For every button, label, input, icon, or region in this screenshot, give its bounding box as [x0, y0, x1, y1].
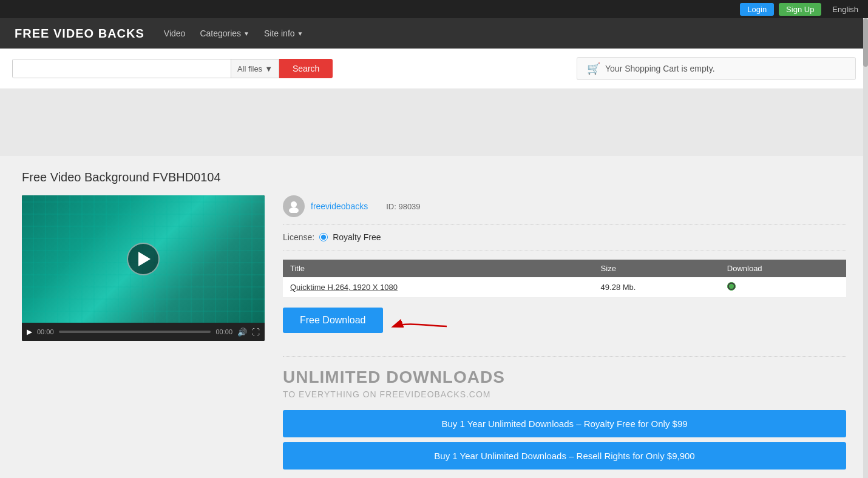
video-time-current: 00:00: [37, 328, 54, 335]
table-row: Quicktime H.264, 1920 X 1080 49.28 Mb.: [283, 277, 846, 298]
search-input-wrap: All files ▼: [12, 59, 279, 78]
nav-item-video[interactable]: Video: [164, 29, 186, 38]
scrollbar-thumb[interactable]: [863, 18, 868, 67]
volume-button[interactable]: 🔊: [237, 328, 247, 337]
search-button[interactable]: Search: [279, 59, 333, 78]
download-radio[interactable]: [727, 282, 736, 291]
fullscreen-button[interactable]: ⛶: [252, 328, 260, 337]
table-cell-download: [720, 277, 846, 298]
login-button[interactable]: Login: [740, 3, 774, 16]
license-radio[interactable]: [319, 233, 328, 241]
free-download-button[interactable]: Free Download: [283, 308, 383, 333]
header: FREE VIDEO BACKS Video Categories ▼ Site…: [0, 18, 868, 49]
svg-point-1: [289, 207, 299, 213]
cart-icon: 🛒: [587, 62, 600, 75]
download-table: Title Size Download Quicktime H.264, 192…: [283, 260, 846, 298]
language-label: English: [832, 5, 858, 14]
search-filter-button[interactable]: All files ▼: [231, 59, 279, 78]
site-logo: FREE VIDEO BACKS: [15, 27, 144, 41]
search-area: All files ▼ Search 🛒 Your Shopping Cart …: [0, 49, 868, 89]
table-header-size: Size: [594, 260, 720, 277]
license-row: License: Royalty Free: [283, 232, 846, 251]
section-separator: [283, 356, 846, 357]
table-cell-size: 49.28 Mb.: [594, 277, 720, 298]
categories-dropdown-arrow: ▼: [243, 30, 249, 37]
author-id: ID: 98039: [386, 202, 420, 211]
play-button[interactable]: [127, 243, 160, 275]
signup-button[interactable]: Sign Up: [779, 3, 821, 16]
video-controls: ▶ 00:00 00:00 🔊 ⛶: [22, 323, 265, 341]
upsell-btn-2[interactable]: Buy 1 Year Unlimited Downloads – Resell …: [283, 442, 846, 470]
author-row: freevideobacks ID: 98039: [283, 195, 846, 225]
unlimited-subtitle: TO EVERYTHING ON FREEVIDEOBACKS.COM: [283, 389, 846, 399]
upsell-btn-1[interactable]: Buy 1 Year Unlimited Downloads – Royalty…: [283, 410, 846, 437]
table-cell-title: Quicktime H.264, 1920 X 1080: [283, 277, 594, 298]
siteinfo-dropdown-arrow: ▼: [297, 30, 303, 37]
table-header-download: Download: [720, 260, 846, 277]
nav-item-siteinfo[interactable]: Site info ▼: [264, 29, 303, 38]
page-title: Free Video Background FVBHD0104: [22, 170, 846, 184]
table-header-title: Title: [283, 260, 594, 277]
nav-item-categories[interactable]: Categories ▼: [200, 29, 249, 38]
play-pause-button[interactable]: ▶: [27, 328, 32, 336]
search-filter-label: All files: [237, 64, 262, 73]
author-avatar: [283, 195, 305, 217]
search-input[interactable]: [13, 59, 231, 78]
ad-banner: [0, 89, 868, 156]
content-row: ▶ 00:00 00:00 🔊 ⛶ freevide: [22, 195, 846, 474]
top-bar: Login Sign Up English: [0, 0, 868, 18]
main-nav: Video Categories ▼ Site info ▼: [164, 29, 303, 38]
svg-point-0: [291, 201, 297, 207]
cart-text: Your Shopping Cart is empty.: [605, 64, 715, 73]
title-link[interactable]: Quicktime H.264, 1920 X 1080: [290, 283, 398, 292]
license-value: Royalty Free: [333, 232, 381, 242]
unlimited-section: UNLIMITED DOWNLOADS TO EVERYTHING ON FRE…: [283, 368, 846, 470]
play-triangle-icon: [138, 252, 151, 266]
license-label: License:: [283, 232, 314, 242]
video-progress-bar[interactable]: [59, 331, 211, 333]
unlimited-title: UNLIMITED DOWNLOADS: [283, 368, 846, 387]
video-player: ▶ 00:00 00:00 🔊 ⛶: [22, 195, 265, 341]
cart-area: 🛒 Your Shopping Cart is empty.: [577, 57, 856, 80]
info-panel: freevideobacks ID: 98039 License: Royalt…: [283, 195, 846, 474]
main-content: Free Video Background FVBHD0104 ▶ 00:00 …: [0, 156, 868, 478]
download-btn-row: Free Download: [283, 308, 846, 345]
video-thumbnail: [22, 195, 265, 323]
video-time-total: 00:00: [215, 328, 232, 335]
arrow-annotation: [389, 315, 450, 337]
author-name-link[interactable]: freevideobacks: [311, 201, 368, 211]
scrollbar-track[interactable]: [863, 18, 868, 478]
search-filter-arrow: ▼: [265, 64, 273, 73]
